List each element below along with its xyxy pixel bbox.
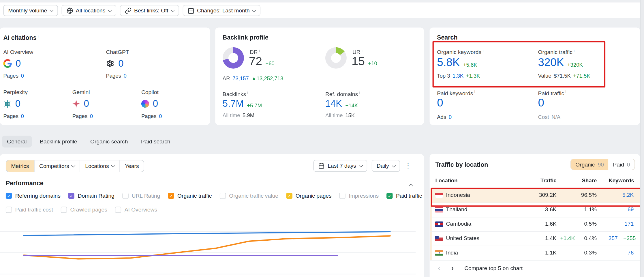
dr-donut-gauge: [223, 47, 244, 69]
perplexity-pages-link[interactable]: 0: [21, 113, 24, 119]
chevron-down-icon: [72, 163, 76, 167]
gemini-count-link[interactable]: 0: [84, 98, 89, 109]
changes-period-dropdown[interactable]: Changes: Last month: [183, 5, 260, 16]
info-icon[interactable]: i: [482, 48, 483, 53]
traffic-value: 1.1K: [545, 249, 557, 255]
segment-competitors[interactable]: Competitors: [34, 160, 80, 172]
compare-top5-button[interactable]: Compare top 5 on chart: [464, 265, 523, 271]
location-row-india[interactable]: India 1.1K 0.3% 76: [430, 246, 640, 261]
collapse-performance-icon[interactable]: [409, 184, 413, 188]
metric-checkbox-organic-pages[interactable]: Organic pages: [286, 193, 332, 199]
chart-line-referring-domains: [24, 232, 390, 235]
best-links-dropdown[interactable]: Best links: Off: [120, 5, 179, 16]
metric-checkbox-paid-traffic[interactable]: Paid traffic: [386, 193, 422, 199]
chevron-left-icon[interactable]: ‹: [438, 264, 440, 272]
scrollbar[interactable]: [640, 0, 644, 277]
monthly-volume-dropdown[interactable]: Monthly volume: [3, 5, 58, 16]
metric-checkbox-organic-traffic-value[interactable]: Organic traffic value: [219, 193, 278, 199]
tab-organic-search[interactable]: Organic search: [85, 136, 133, 147]
info-icon[interactable]: i: [247, 90, 248, 95]
metric-checkbox-ai-overviews[interactable]: AI Overviews: [115, 207, 157, 213]
info-icon[interactable]: i: [574, 48, 574, 53]
chatgpt-pages-link[interactable]: 0: [123, 73, 126, 79]
metric-checkbox-impressions[interactable]: Impressions: [339, 193, 379, 199]
segment-years[interactable]: Years: [120, 160, 144, 172]
backlinks-delta: +5.7M: [247, 102, 262, 109]
indonesia-flag-icon: [435, 193, 443, 198]
gemini-pages-link[interactable]: 0: [90, 113, 93, 119]
metric-checkbox-url-rating[interactable]: URL Rating: [122, 193, 160, 199]
checkbox-checked-icon: [286, 193, 292, 199]
performance-chart[interactable]: [0, 214, 424, 277]
info-icon[interactable]: i: [259, 48, 260, 53]
checkbox-checked-icon: [6, 193, 12, 199]
toggle-organic[interactable]: Organic90: [571, 159, 609, 170]
date-range-dropdown[interactable]: Last 7 days: [313, 160, 367, 172]
metric-checkbox-paid-traffic-cost[interactable]: Paid traffic cost: [6, 207, 53, 213]
calendar-icon: [187, 7, 194, 14]
organic-keywords-value-link[interactable]: 5.8K: [437, 56, 460, 69]
section-tabs: General Backlink profile Organic search …: [2, 136, 176, 147]
info-icon[interactable]: i: [474, 89, 475, 94]
openai-icon: [106, 59, 114, 68]
chevron-down-icon: [170, 8, 174, 12]
top3-delta: +1.3K: [466, 73, 480, 79]
chatgpt-count-link[interactable]: 0: [118, 58, 123, 69]
metric-checkbox-crawled-pages[interactable]: Crawled pages: [61, 207, 107, 213]
keywords-link[interactable]: 257: [609, 235, 618, 241]
ads-count-link[interactable]: 0: [449, 114, 452, 120]
paid-keywords-value-link[interactable]: 0: [437, 97, 443, 109]
keywords-link[interactable]: 76: [628, 249, 634, 255]
tab-general[interactable]: General: [2, 136, 32, 147]
thailand-flag-icon: [435, 207, 443, 213]
ref-domains-value-link[interactable]: 14K: [325, 98, 342, 109]
copilot-count-link[interactable]: 0: [153, 98, 158, 109]
metric-checkbox-referring-domains[interactable]: Referring domains: [6, 193, 61, 199]
backlinks-value-link[interactable]: 5.7M: [223, 98, 244, 109]
perplexity-icon: [3, 100, 11, 108]
locations-filter-dropdown[interactable]: All locations: [61, 5, 116, 16]
copilot-icon: [141, 100, 149, 108]
ar-rank-link[interactable]: 73,157: [232, 75, 249, 81]
perplexity-count-link[interactable]: 0: [15, 98, 20, 109]
location-row-thailand[interactable]: Thailand 3.6K 1.1% 69: [430, 203, 640, 217]
info-icon[interactable]: i: [565, 89, 566, 94]
location-row-united-states[interactable]: United States 1.4K +1.4K 0.4% 257 +255: [430, 231, 640, 246]
top3-keywords-link[interactable]: 1.3K: [453, 73, 463, 79]
segment-metrics[interactable]: Metrics: [6, 160, 34, 172]
segment-locations[interactable]: Locations: [80, 160, 120, 172]
organic-count: 90: [598, 161, 604, 167]
checkbox-checked-icon: [68, 193, 74, 199]
metric-toggles-row-2: Paid traffic cost Crawled pages AI Overv…: [6, 207, 157, 213]
granularity-dropdown[interactable]: Daily: [372, 160, 400, 172]
chevron-right-icon[interactable]: ›: [451, 264, 454, 272]
paid-traffic-value-link[interactable]: 0: [538, 97, 544, 109]
checkbox-unchecked-icon: [339, 193, 346, 199]
ur-delta: +10: [368, 60, 377, 68]
keywords-delta: +255: [623, 235, 636, 241]
organic-traffic-value-link[interactable]: 320K: [538, 56, 564, 69]
keywords-link[interactable]: 171: [624, 221, 634, 227]
metric-checkbox-domain-rating[interactable]: Domain Rating: [68, 193, 114, 199]
filters-toolbar: Monthly volume All locations Best links:…: [0, 3, 644, 18]
info-icon[interactable]: i: [362, 48, 363, 53]
toggle-paid[interactable]: Paid0: [609, 159, 634, 170]
ur-donut-gauge: [325, 47, 347, 69]
copilot-pages-link[interactable]: 0: [159, 113, 162, 119]
info-icon[interactable]: i: [359, 90, 360, 95]
location-row-indonesia[interactable]: Indonesia 309.2K 96.5% 5.2K: [430, 188, 640, 203]
ai-overview-count-link[interactable]: 0: [16, 58, 21, 69]
kebab-menu-icon[interactable]: ⋮: [405, 162, 412, 169]
metric-checkbox-organic-traffic[interactable]: Organic traffic: [168, 193, 212, 199]
location-row-cambodia[interactable]: Cambodia 1.6K 0.5% 171: [430, 217, 640, 232]
info-icon[interactable]: i: [38, 34, 39, 38]
up-triangle-icon: ▲: [251, 75, 256, 81]
tab-paid-search[interactable]: Paid search: [136, 136, 176, 147]
column-header-location: Location: [435, 177, 458, 184]
keywords-link[interactable]: 5.2K: [622, 192, 634, 198]
calendar-icon: [318, 163, 324, 169]
ai-overview-pages-link[interactable]: 0: [21, 73, 24, 79]
chatgpt-metric: ChatGPT 0 Pages0: [106, 49, 129, 79]
tab-backlink-profile[interactable]: Backlink profile: [35, 136, 82, 147]
keywords-link[interactable]: 69: [628, 206, 634, 212]
